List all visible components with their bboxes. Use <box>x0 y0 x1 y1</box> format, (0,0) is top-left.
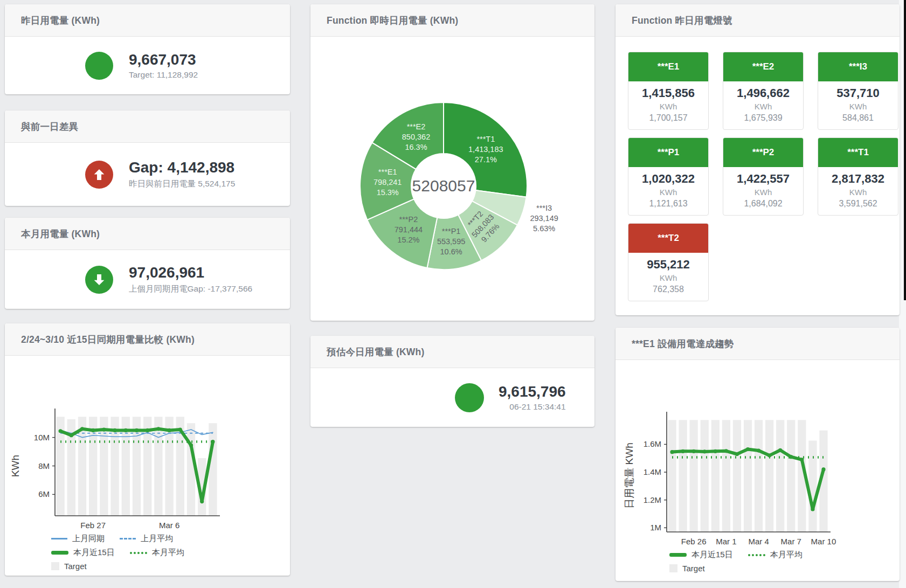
target-bar <box>755 420 763 532</box>
card-title: Function 昨日用電燈號 <box>632 14 732 27</box>
tile-unit: KWh <box>628 273 708 282</box>
light-tile-t1[interactable]: ***T1 2,817,832 KWh 3,591,562 <box>818 137 898 216</box>
tile-target: 584,861 <box>818 113 898 123</box>
card-header: ***E1 設備用電達成趨勢 <box>615 328 900 360</box>
x-tick-label: Mar 6 <box>159 521 179 530</box>
card-estimate-today: 預估今日用電量 (KWh) 9,615,796 06-21 15:34:41 <box>310 336 594 427</box>
series-marker <box>778 448 782 452</box>
card-yesterday-lights: Function 昨日用電燈號 ***E1 1,415,856 KWh 1,70… <box>615 4 900 315</box>
legend-swatch-dots-icon <box>130 552 147 554</box>
x-tick-label: Mar 4 <box>748 537 769 546</box>
card-header: Function 昨日用電燈號 <box>615 4 900 37</box>
light-tile-e2[interactable]: ***E2 1,496,662 KWh 1,675,939 <box>723 52 804 130</box>
tile-unit: KWh <box>723 102 803 111</box>
tile-target: 1,121,613 <box>628 199 708 209</box>
card-e1-trend-chart: ***E1 設備用電達成趨勢 1M1.2M1.4M1.6MFeb 26Mar 1… <box>615 328 900 581</box>
y-tick-label: 1.2M <box>644 495 661 504</box>
series-marker <box>124 428 128 432</box>
legend-item[interactable]: 上月平均 <box>120 534 173 544</box>
card-header: Function 即時日用電量 (KWh) <box>310 4 594 37</box>
series-marker <box>724 449 728 453</box>
legend-row: 上月同期上月平均 <box>51 534 199 544</box>
series-marker <box>200 500 204 503</box>
window-edge-scrollbar[interactable] <box>904 0 906 300</box>
stat-subtitle: 上個月同期用電Gap: -17,377,566 <box>129 283 252 295</box>
card-compare-chart: 2/24~3/10 近15日同期用電量比較 (KWh) 6M8M10MFeb 2… <box>5 323 290 576</box>
card-title: 本月用電量 (KWh) <box>21 227 100 240</box>
target-bar <box>787 420 795 532</box>
legend-swatch-dash-icon <box>120 538 136 539</box>
series-marker <box>681 449 685 453</box>
chart-legend: 上月同期上月平均本月近15日本月平均Target <box>51 534 199 571</box>
y-tick-label: 1.6M <box>644 439 661 448</box>
target-bar <box>187 423 195 516</box>
card-title: 昨日用電量 (KWh) <box>21 14 100 27</box>
tile-unit: KWh <box>818 102 898 111</box>
legend-swatch-thick-icon <box>51 551 68 555</box>
legend-label: Target <box>64 562 87 571</box>
tile-target: 1,684,092 <box>723 199 803 209</box>
tile-target: 1,700,157 <box>628 113 708 123</box>
card-title: 2/24~3/10 近15日同期用電量比較 (KWh) <box>21 333 195 346</box>
legend-item[interactable]: 本月平均 <box>748 550 803 560</box>
tile-target: 762,358 <box>628 285 708 294</box>
light-tile-p1[interactable]: ***P1 1,020,322 KWh 1,121,613 <box>628 137 709 216</box>
legend-item[interactable]: Target <box>51 562 87 571</box>
light-tile-p2[interactable]: ***P2 1,422,557 KWh 1,684,092 <box>723 137 804 216</box>
legend-item[interactable]: 本月近15日 <box>51 548 115 558</box>
legend-swatch-thick-icon <box>669 553 687 557</box>
legend-swatch-line-icon <box>51 538 67 539</box>
target-bar <box>744 420 752 532</box>
legend-item[interactable]: 本月平均 <box>130 548 184 558</box>
status-circle-icon <box>85 52 113 80</box>
light-tile-e1[interactable]: ***E1 1,415,856 KWh 1,700,157 <box>628 52 709 130</box>
series-marker <box>189 444 193 447</box>
y-axis-label: KWh <box>10 455 21 477</box>
series-marker <box>59 429 63 433</box>
legend-item[interactable]: Target <box>669 564 705 573</box>
y-tick-label: 1.4M <box>644 467 661 476</box>
series-marker <box>156 427 160 431</box>
card-month-usage: 本月用電量 (KWh) 97,026,961 上個月同期用電Gap: -17,3… <box>5 218 290 309</box>
legend-item[interactable]: 上月同期 <box>51 534 105 544</box>
series-marker <box>91 428 95 432</box>
tile-unit: KWh <box>723 188 803 197</box>
light-tile-i3[interactable]: ***I3 537,710 KWh 584,861 <box>818 52 898 130</box>
series-marker <box>789 455 793 459</box>
x-tick-label: Mar 10 <box>811 537 836 546</box>
series-marker <box>102 428 106 432</box>
arrow-up-circle-icon <box>85 161 113 189</box>
legend-item[interactable]: 本月近15日 <box>669 550 733 560</box>
target-bar <box>722 420 730 532</box>
x-tick-label: Feb 27 <box>80 521 106 530</box>
tile-status-header: ***T1 <box>818 138 898 167</box>
series-marker <box>135 428 139 432</box>
tile-value: 537,710 <box>818 86 898 100</box>
series-marker <box>146 428 149 432</box>
stat-value: 9,615,796 <box>499 383 566 400</box>
card-title: Function 即時日用電量 (KWh) <box>327 14 458 27</box>
card-realtime-donut: Function 即時日用電量 (KWh) ***T11,413,18327.1… <box>310 4 594 321</box>
y-tick-label: 8M <box>38 461 50 471</box>
tile-status-header: ***I3 <box>818 52 898 81</box>
x-tick-label: Mar 7 <box>781 537 801 546</box>
card-header: 與前一日差異 <box>5 110 290 143</box>
card-header: 昨日用電量 (KWh) <box>5 4 290 37</box>
legend-label: Target <box>682 564 705 573</box>
stat-row: Gap: 4,142,898 昨日與前日用電量 5,524,175 <box>5 143 290 206</box>
x-tick-label: Feb 26 <box>681 537 707 546</box>
card-header: 2/24~3/10 近15日同期用電量比較 (KWh) <box>5 323 290 356</box>
donut-center-total: 5208057 <box>412 177 475 195</box>
light-tile-grid: ***E1 1,415,856 KWh 1,700,157 ***E2 1,49… <box>615 37 900 301</box>
series-marker <box>670 450 674 454</box>
chart-legend: 本月近15日本月平均Target <box>669 550 818 573</box>
target-bar <box>808 440 817 532</box>
legend-swatch-square-icon <box>51 562 59 570</box>
legend-swatch-dots-icon <box>748 554 765 556</box>
light-tile-t2[interactable]: ***T2 955,212 KWh 762,358 <box>628 223 709 301</box>
series-marker <box>714 449 717 453</box>
legend-swatch-square-icon <box>669 564 677 572</box>
stat-timestamp: 06-21 15:34:41 <box>499 402 566 412</box>
target-bar <box>679 420 687 532</box>
stat-text: 9,667,073 Target: 11,128,992 <box>129 51 198 80</box>
